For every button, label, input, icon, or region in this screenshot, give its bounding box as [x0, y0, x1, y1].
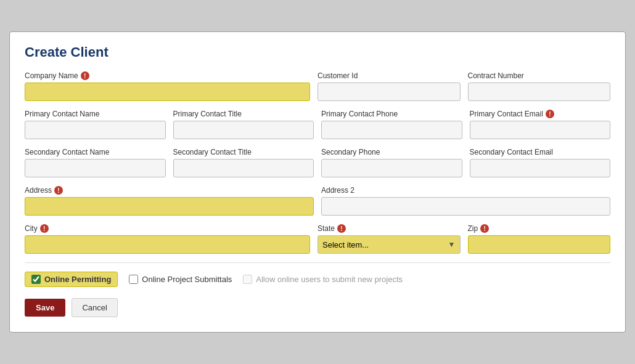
address-label: Address !: [25, 186, 314, 195]
row-4: Address ! Address 2: [25, 186, 610, 216]
row-1: Company Name ! Customer Id Contract Numb…: [25, 71, 610, 101]
online-project-submittals-checkbox[interactable]: [129, 275, 138, 284]
primary-contact-phone-label: Primary Contact Phone: [321, 110, 462, 118]
secondary-contact-email-label: Secondary Contact Email: [470, 148, 611, 156]
secondary-contact-title-label: Secondary Contact Title: [173, 148, 314, 156]
secondary-contact-title-input[interactable]: [173, 159, 314, 177]
secondary-contact-name-group: Secondary Contact Name: [25, 148, 166, 177]
online-permitting-checkbox[interactable]: [31, 275, 41, 284]
allow-online-users-checkbox[interactable]: [243, 275, 252, 284]
city-required-icon: !: [40, 224, 49, 233]
address2-input[interactable]: [321, 197, 610, 216]
address2-group: Address 2: [321, 186, 610, 216]
state-select-wrapper: Select item... ▼: [318, 235, 461, 254]
primary-contact-email-input[interactable]: [470, 121, 611, 139]
contract-number-input[interactable]: [468, 83, 611, 101]
secondary-contact-email-input[interactable]: [470, 159, 611, 177]
address2-label: Address 2: [321, 186, 610, 195]
zip-input[interactable]: [468, 235, 611, 254]
primary-contact-phone-input[interactable]: [321, 121, 462, 139]
allow-online-users-label: Allow online users to submit new project…: [256, 275, 403, 284]
button-row: Save Cancel: [25, 298, 610, 317]
page-title: Create Client: [25, 44, 610, 60]
contract-number-label: Contract Number: [468, 71, 611, 80]
allow-online-users-group: Allow online users to submit new project…: [243, 275, 403, 284]
company-name-group: Company Name !: [25, 71, 310, 101]
zip-label: Zip !: [468, 224, 611, 233]
secondary-contact-email-group: Secondary Contact Email: [470, 148, 611, 177]
save-button[interactable]: Save: [25, 299, 65, 317]
divider: [25, 262, 610, 263]
secondary-phone-label: Secondary Phone: [321, 148, 462, 156]
primary-contact-name-label: Primary Contact Name: [25, 110, 166, 118]
primary-contact-title-input[interactable]: [173, 121, 314, 139]
address-input[interactable]: [25, 197, 314, 216]
row-5: City ! State ! Select item... ▼ Zip !: [25, 224, 610, 254]
primary-contact-title-group: Primary Contact Title: [173, 110, 314, 139]
state-required-icon: !: [337, 224, 346, 233]
primary-contact-email-required-icon: !: [546, 110, 554, 118]
primary-contact-email-group: Primary Contact Email !: [470, 110, 611, 139]
company-name-input[interactable]: [25, 83, 310, 101]
state-label: State !: [318, 224, 461, 233]
secondary-contact-title-group: Secondary Contact Title: [173, 148, 314, 177]
city-input[interactable]: [25, 235, 310, 254]
state-select[interactable]: Select item...: [318, 235, 461, 254]
secondary-phone-group: Secondary Phone: [321, 148, 462, 177]
customer-id-input[interactable]: [318, 83, 461, 101]
row-3: Secondary Contact Name Secondary Contact…: [25, 148, 610, 177]
customer-id-label: Customer Id: [318, 71, 461, 80]
company-name-label: Company Name !: [25, 71, 310, 80]
primary-contact-phone-group: Primary Contact Phone: [321, 110, 462, 139]
customer-id-group: Customer Id: [318, 71, 461, 101]
checkbox-row: Online Permitting Online Project Submitt…: [25, 272, 610, 287]
zip-required-icon: !: [480, 224, 489, 233]
create-client-form: Create Client Company Name ! Customer Id…: [9, 31, 626, 333]
primary-contact-name-input[interactable]: [25, 121, 166, 139]
primary-contact-name-group: Primary Contact Name: [25, 110, 166, 139]
primary-contact-title-label: Primary Contact Title: [173, 110, 314, 118]
online-permitting-group: Online Permitting: [25, 272, 118, 287]
address-required-icon: !: [54, 186, 63, 195]
online-project-submittals-group: Online Project Submittals: [129, 275, 232, 284]
online-project-submittals-label: Online Project Submittals: [142, 275, 232, 284]
online-permitting-label: Online Permitting: [44, 275, 111, 284]
city-group: City !: [25, 224, 310, 254]
secondary-contact-name-label: Secondary Contact Name: [25, 148, 166, 156]
cancel-button[interactable]: Cancel: [72, 298, 117, 317]
company-name-required-icon: !: [81, 71, 89, 80]
row-2: Primary Contact Name Primary Contact Tit…: [25, 110, 610, 139]
state-group: State ! Select item... ▼: [318, 224, 461, 254]
city-label: City !: [25, 224, 310, 233]
contract-number-group: Contract Number: [468, 71, 611, 101]
zip-group: Zip !: [468, 224, 611, 254]
primary-contact-email-label: Primary Contact Email !: [470, 110, 611, 118]
address-group: Address !: [25, 186, 314, 216]
secondary-phone-input[interactable]: [321, 159, 462, 177]
secondary-contact-name-input[interactable]: [25, 159, 166, 177]
